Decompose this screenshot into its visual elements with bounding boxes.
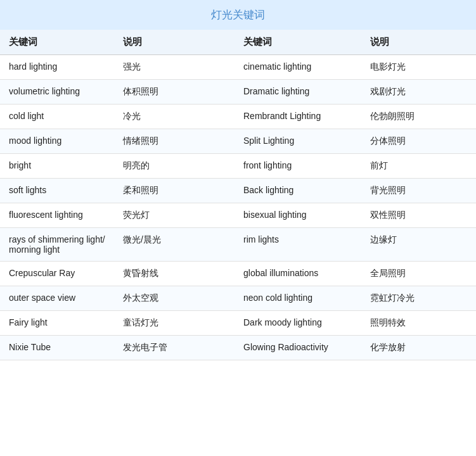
keyword-cell-left: mood lighting <box>0 129 114 154</box>
table-row: cold light冷光Rembrandt Lighting伦勃朗照明 <box>0 104 476 129</box>
desc-cell-right: 前灯 <box>361 154 476 179</box>
table-row: rays of shimmering light/ morning light微… <box>0 228 476 262</box>
keyword-cell-right: Rembrandt Lighting <box>235 104 361 129</box>
keyword-cell-right: neon cold lighting <box>235 286 361 311</box>
keyword-cell-right: Glowing Radioactivity <box>235 336 361 360</box>
keyword-cell-left: hard lighting <box>0 55 114 80</box>
desc-cell-left: 体积照明 <box>114 80 235 104</box>
table-row: mood lighting情绪照明Split Lighting分体照明 <box>0 129 476 154</box>
desc-cell-right: 双性照明 <box>361 203 476 228</box>
header-col3: 关键词 <box>235 30 361 55</box>
desc-cell-right: 分体照明 <box>361 129 476 154</box>
keyword-cell-left: outer space view <box>0 286 114 311</box>
keyword-cell-left: soft lights <box>0 179 114 203</box>
desc-cell-left: 荧光灯 <box>114 203 235 228</box>
keyword-cell-left: fluorescent lighting <box>0 203 114 228</box>
desc-cell-right: 全局照明 <box>361 262 476 286</box>
keyword-cell-left: bright <box>0 154 114 179</box>
title-row: 灯光关键词 <box>0 0 476 30</box>
table-row: outer space view外太空观neon cold lighting霓虹… <box>0 286 476 311</box>
header-col1: 关键词 <box>0 30 114 55</box>
table-body: hard lighting强光cinematic lighting电影灯光vol… <box>0 55 476 360</box>
desc-cell-right: 边缘灯 <box>361 228 476 262</box>
keyword-cell-right: front lighting <box>235 154 361 179</box>
desc-cell-left: 冷光 <box>114 104 235 129</box>
keyword-cell-right: Split Lighting <box>235 129 361 154</box>
table-row: hard lighting强光cinematic lighting电影灯光 <box>0 55 476 80</box>
keyword-cell-left: Crepuscular Ray <box>0 262 114 286</box>
page-title: 灯光关键词 <box>211 9 265 21</box>
header-col4: 说明 <box>361 30 476 55</box>
desc-cell-right: 背光照明 <box>361 179 476 203</box>
keyword-cell-right: rim lights <box>235 228 361 262</box>
page-container: 灯光关键词 关键词 说明 关键词 说明 hard lighting强光cinem… <box>0 0 476 360</box>
table-row: Fairy light童话灯光Dark moody lighting照明特效 <box>0 311 476 336</box>
keyword-cell-left: Nixie Tube <box>0 336 114 360</box>
keyword-cell-left: Fairy light <box>0 311 114 336</box>
keyword-cell-right: Dramatic lighting <box>235 80 361 104</box>
keyword-cell-left: cold light <box>0 104 114 129</box>
table-row: volumetric lighting体积照明Dramatic lighting… <box>0 80 476 104</box>
keyword-cell-right: bisexual lighting <box>235 203 361 228</box>
desc-cell-right: 伦勃朗照明 <box>361 104 476 129</box>
desc-cell-left: 情绪照明 <box>114 129 235 154</box>
desc-cell-right: 戏剧灯光 <box>361 80 476 104</box>
keyword-table: 关键词 说明 关键词 说明 hard lighting强光cinematic l… <box>0 30 476 360</box>
table-row: Crepuscular Ray黄昏射线global illuminations全… <box>0 262 476 286</box>
keyword-cell-right: cinematic lighting <box>235 55 361 80</box>
desc-cell-right: 照明特效 <box>361 311 476 336</box>
desc-cell-left: 柔和照明 <box>114 179 235 203</box>
table-row: soft lights柔和照明Back lighting背光照明 <box>0 179 476 203</box>
keyword-cell-left: volumetric lighting <box>0 80 114 104</box>
desc-cell-left: 发光电子管 <box>114 336 235 360</box>
desc-cell-left: 明亮的 <box>114 154 235 179</box>
desc-cell-right: 电影灯光 <box>361 55 476 80</box>
keyword-cell-right: Back lighting <box>235 179 361 203</box>
desc-cell-left: 黄昏射线 <box>114 262 235 286</box>
keyword-cell-right: Dark moody lighting <box>235 311 361 336</box>
desc-cell-right: 霓虹灯冷光 <box>361 286 476 311</box>
header-col2: 说明 <box>114 30 235 55</box>
table-row: bright明亮的front lighting前灯 <box>0 154 476 179</box>
table-row: fluorescent lighting荧光灯bisexual lighting… <box>0 203 476 228</box>
keyword-cell-left: rays of shimmering light/ morning light <box>0 228 114 262</box>
keyword-cell-right: global illuminations <box>235 262 361 286</box>
desc-cell-left: 童话灯光 <box>114 311 235 336</box>
table-row: Nixie Tube发光电子管Glowing Radioactivity化学放射 <box>0 336 476 360</box>
desc-cell-left: 强光 <box>114 55 235 80</box>
desc-cell-left: 外太空观 <box>114 286 235 311</box>
desc-cell-right: 化学放射 <box>361 336 476 360</box>
desc-cell-left: 微光/晨光 <box>114 228 235 262</box>
table-header-row: 关键词 说明 关键词 说明 <box>0 30 476 55</box>
